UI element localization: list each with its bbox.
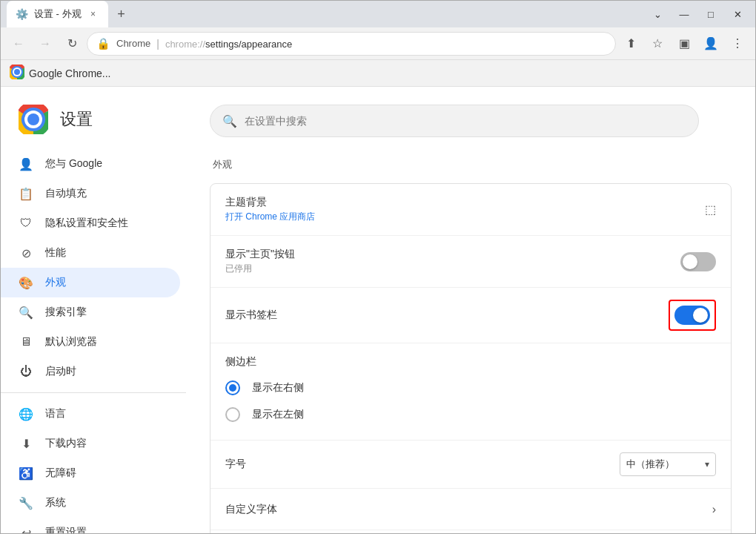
menu-button[interactable]: ⋮ [726,32,749,56]
back-button[interactable]: ← [7,32,30,56]
theme-subtitle[interactable]: 打开 Chrome 应用商店 [225,211,705,223]
sidebar-item-label-appearance: 外观 [45,276,66,289]
custom-font-content: 自定义字体 [225,503,712,516]
theme-title: 主题背景 [225,196,705,209]
sidebar-title-text: 设置 [60,108,93,131]
sidebar-item-icon-autofill: 📋 [19,186,33,201]
sidebar-item-icon-system: 🔧 [19,495,33,510]
external-link-icon[interactable]: ⬚ [705,202,716,217]
sidebar-item-performance[interactable]: ⊘ 性能 [1,238,180,268]
radio-left-label: 显示在左侧 [252,408,304,421]
sidebar-item-icon-privacy: 🛡 [19,216,33,231]
refresh-button[interactable]: ↻ [60,32,84,56]
chrome-logo [19,105,48,134]
sidebar-item-download[interactable]: ⬇ 下载内容 [1,429,180,458]
tab-favicon: ⚙️ [16,8,28,20]
bookmarks-toggle[interactable] [674,306,710,325]
font-size-action: 中（推荐） ▾ [620,452,716,476]
sidebar-section-title: 侧边栏 [225,355,256,369]
radio-right[interactable]: 显示在右侧 [225,375,716,401]
sidebar-item-label-accessibility: 无障碍 [45,467,76,480]
radio-left[interactable]: 显示在左侧 [225,401,716,428]
site-security-icon: 🔒 [96,37,110,50]
font-size-select[interactable]: 中（推荐） ▾ [620,452,716,476]
window-expand-button[interactable]: ⌄ [646,4,669,24]
sidebar-item-label-autofill: 自动填充 [45,187,87,200]
bookmarks-toggle-highlight [669,300,716,331]
radio-right-label: 显示在右侧 [252,381,304,395]
tab-close-button[interactable]: × [87,8,99,20]
window-maximize-button[interactable]: □ [699,4,723,24]
sidebar-section-row: 侧边栏 显示在右侧 显示在左侧 [210,343,731,441]
radio-right-circle [225,380,240,395]
sidebar-item-icon-performance: ⊘ [19,245,33,260]
account-button[interactable]: 👤 [699,32,723,56]
address-bar[interactable]: 🔒 Chrome | chrome://settings/appearance [87,32,616,56]
appearance-section: 外观 主题背景 打开 Chrome 应用商店 ⬚ [210,158,732,533]
sidebar-item-icon-search: 🔍 [19,305,33,320]
sidebar-item-google[interactable]: 👤 您与 Google [1,149,180,179]
font-size-title: 字号 [225,458,620,471]
sidebar-item-icon-reset: ↩ [19,525,33,533]
font-size-chevron-icon: ▾ [705,459,709,469]
bookmarks-row: 显示书签栏 [210,288,731,343]
custom-font-chevron-icon: › [712,503,716,516]
sidebar-item-accessibility[interactable]: ♿ 无障碍 [1,458,180,488]
titlebar: ⚙️ 设置 - 外观 × + ⌄ — □ ✕ [1,1,755,27]
sidebar-item-privacy[interactable]: 🛡 隐私设置和安全性 [1,208,180,238]
sidebar-nav: 👤 您与 Google 📋 自动填充 🛡 隐私设置和安全性 ⊘ 性能 🎨 外观 … [1,149,186,533]
sidebar-item-label-reset: 重置设置 [45,526,87,533]
sidebar-item-label-google: 您与 Google [45,157,102,171]
url-prefix: chrome:// [165,39,205,50]
sidebar-item-label-language: 语言 [45,407,66,421]
sidebar-item-icon-download: ⬇ [19,436,33,451]
sidebar-item-label-performance: 性能 [45,246,66,260]
sidebar-item-search[interactable]: 🔍 搜索引擎 [1,297,180,327]
sidebar-item-system[interactable]: 🔧 系统 [1,488,180,518]
address-separator: | [156,38,159,50]
navbar-actions: ⬆ ☆ ▣ 👤 ⋮ [619,32,749,56]
custom-font-action: › [712,503,716,516]
sidebar-item-startup[interactable]: ⏻ 启动时 [1,357,180,386]
search-bar[interactable]: 🔍 [210,105,699,137]
sidebar-toggle-button[interactable]: ▣ [672,32,696,56]
active-tab[interactable]: ⚙️ 设置 - 外观 × [7,1,108,27]
share-button[interactable]: ⬆ [619,32,643,56]
sidebar-item-icon-accessibility: ♿ [19,466,33,481]
radio-left-circle [225,407,240,422]
zoom-row: 网页缩放 100% ▾ [210,530,731,533]
sidebar-item-label-download: 下载内容 [45,437,87,450]
sidebar-item-icon-language: 🌐 [19,406,33,421]
address-url: chrome://settings/appearance [165,38,292,50]
navbar: ← → ↻ 🔒 Chrome | chrome://settings/appea… [1,27,755,60]
sidebar-item-browser[interactable]: 🖥 默认浏览器 [1,327,180,357]
theme-action: ⬚ [705,202,716,217]
bookmarks-content: 显示书签栏 [225,309,669,322]
sidebar-item-language[interactable]: 🌐 语言 [1,399,180,429]
sidebar-item-reset[interactable]: ↩ 重置设置 [1,518,180,533]
forward-button[interactable]: → [33,32,57,56]
sidebar-item-icon-google: 👤 [19,156,33,171]
search-input[interactable] [245,115,686,127]
main-area: 设置 👤 您与 Google 📋 自动填充 🛡 隐私设置和安全性 ⊘ 性能 🎨 … [1,87,755,533]
font-size-row: 字号 中（推荐） ▾ [210,441,731,489]
sidebar-item-icon-browser: 🖥 [19,334,33,349]
sidebar-item-appearance[interactable]: 🎨 外观 [1,268,180,297]
appbar: Google Chrome... [1,60,755,87]
homepage-content: 显示"主页"按钮 已停用 [225,248,680,275]
homepage-toggle[interactable] [680,252,716,271]
custom-font-row[interactable]: 自定义字体 › [210,489,731,530]
sidebar-item-label-system: 系统 [45,496,66,510]
homepage-toggle-knob [683,254,697,269]
sidebar-item-label-browser: 默认浏览器 [45,335,97,349]
url-path: settings/appearance [205,39,292,50]
bookmark-button[interactable]: ☆ [646,32,669,56]
svg-point-5 [27,113,39,125]
sidebar-item-label-search: 搜索引擎 [45,306,87,319]
address-chrome-label: Chrome [116,38,150,49]
sidebar-radio-group: 显示在右侧 显示在左侧 [225,372,716,428]
new-tab-button[interactable]: + [111,4,132,24]
sidebar-item-autofill[interactable]: 📋 自动填充 [1,179,180,208]
window-minimize-button[interactable]: — [672,4,696,24]
window-close-button[interactable]: ✕ [726,4,749,24]
